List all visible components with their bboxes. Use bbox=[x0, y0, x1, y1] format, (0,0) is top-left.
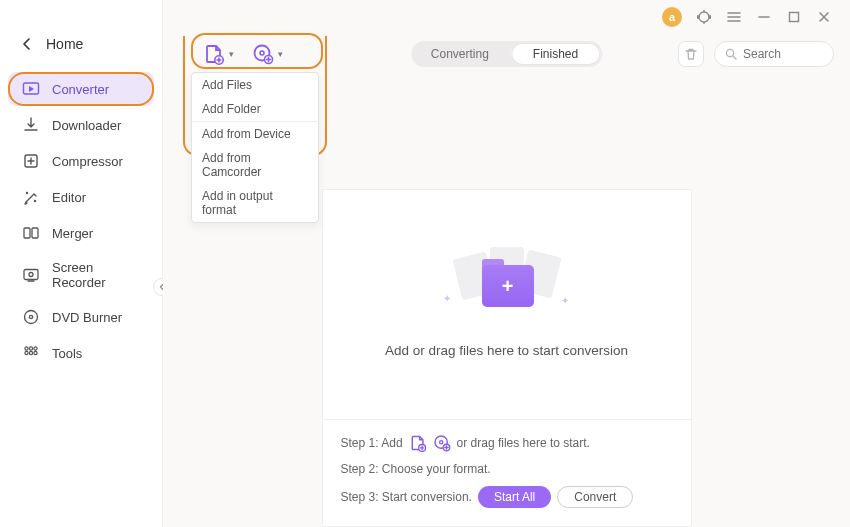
sidebar-item-screen-recorder[interactable]: Screen Recorder bbox=[8, 252, 154, 298]
converter-icon bbox=[22, 80, 40, 98]
add-file-icon bbox=[203, 43, 225, 65]
minimize-button[interactable] bbox=[756, 9, 772, 25]
titlebar: a bbox=[163, 0, 850, 35]
svg-rect-19 bbox=[790, 13, 799, 22]
sidebar-item-label: Tools bbox=[52, 346, 82, 361]
svg-rect-4 bbox=[24, 228, 30, 238]
maximize-button[interactable] bbox=[786, 9, 802, 25]
screen-recorder-icon bbox=[22, 266, 40, 284]
search-box[interactable] bbox=[714, 41, 834, 67]
support-icon[interactable] bbox=[696, 9, 712, 25]
dropdown-item-add-files[interactable]: Add Files bbox=[192, 73, 318, 97]
add-buttons-group: ▾ ▾ bbox=[179, 43, 283, 65]
sidebar-item-label: Editor bbox=[52, 190, 86, 205]
add-disc-icon bbox=[433, 434, 451, 452]
svg-point-8 bbox=[25, 311, 38, 324]
add-file-dropdown: Add Files Add Folder Add from Device Add… bbox=[191, 72, 319, 223]
svg-point-11 bbox=[29, 347, 32, 350]
start-all-button[interactable]: Start All bbox=[478, 486, 551, 508]
add-file-button[interactable]: ▾ bbox=[203, 43, 234, 65]
sidebar-item-label: Compressor bbox=[52, 154, 123, 169]
menu-icon[interactable] bbox=[726, 9, 742, 25]
svg-rect-6 bbox=[24, 270, 38, 280]
dropdown-item-add-from-device[interactable]: Add from Device bbox=[192, 122, 318, 146]
sidebar-item-compressor[interactable]: Compressor bbox=[8, 144, 154, 178]
toolbar-right bbox=[678, 41, 834, 67]
chevron-down-icon: ▾ bbox=[229, 49, 234, 59]
svg-point-22 bbox=[260, 51, 264, 55]
merger-icon bbox=[22, 224, 40, 242]
svg-point-16 bbox=[699, 12, 709, 22]
add-file-icon bbox=[409, 434, 427, 452]
svg-point-15 bbox=[34, 351, 37, 354]
svg-point-13 bbox=[25, 351, 28, 354]
app-window: Home Converter Downloader Compressor bbox=[0, 0, 850, 527]
drop-zone-panel: + ✦✦ Add or drag files here to start con… bbox=[322, 189, 692, 527]
search-input[interactable] bbox=[743, 47, 823, 61]
step-2: Step 2: Choose your format. bbox=[341, 462, 673, 476]
svg-point-10 bbox=[25, 347, 28, 350]
toolbar: ▾ ▾ Converting Finished bbox=[179, 35, 834, 73]
sidebar-item-label: Merger bbox=[52, 226, 93, 241]
sidebar-item-label: DVD Burner bbox=[52, 310, 122, 325]
step-2-text: Step 2: Choose your format. bbox=[341, 462, 491, 476]
sidebar-item-label: Downloader bbox=[52, 118, 121, 133]
svg-point-27 bbox=[439, 441, 442, 444]
folder-illustration: + ✦✦ bbox=[457, 251, 557, 321]
chevron-left-icon bbox=[22, 38, 32, 50]
svg-rect-5 bbox=[32, 228, 38, 238]
step-1: Step 1: Add or drag files here to start. bbox=[341, 434, 673, 452]
svg-point-14 bbox=[29, 351, 32, 354]
chevron-down-icon: ▾ bbox=[278, 49, 283, 59]
svg-rect-17 bbox=[697, 15, 699, 19]
dropdown-item-add-folder[interactable]: Add Folder bbox=[192, 97, 318, 121]
step-1-prefix: Step 1: Add bbox=[341, 436, 403, 450]
main-panel: a ▾ bbox=[163, 0, 850, 527]
folder-icon: + bbox=[482, 265, 534, 307]
sidebar-item-label: Converter bbox=[52, 82, 109, 97]
convert-button[interactable]: Convert bbox=[557, 486, 633, 508]
sidebar-item-label: Screen Recorder bbox=[52, 260, 144, 290]
svg-point-2 bbox=[26, 192, 28, 194]
editor-icon bbox=[22, 188, 40, 206]
tab-converting[interactable]: Converting bbox=[411, 41, 509, 67]
step-3: Step 3: Start conversion. Start All Conv… bbox=[341, 486, 673, 508]
delete-button[interactable] bbox=[678, 41, 704, 67]
drop-zone[interactable]: + ✦✦ Add or drag files here to start con… bbox=[323, 190, 691, 420]
step-1-suffix: or drag files here to start. bbox=[457, 436, 590, 450]
trash-icon bbox=[684, 47, 698, 61]
step-3-text: Step 3: Start conversion. bbox=[341, 490, 472, 504]
svg-point-3 bbox=[34, 200, 36, 202]
drop-text: Add or drag files here to start conversi… bbox=[385, 343, 628, 358]
tools-icon bbox=[22, 344, 40, 362]
dropdown-item-add-in-output-format[interactable]: Add in output format bbox=[192, 184, 318, 222]
search-icon bbox=[725, 48, 737, 60]
home-button[interactable]: Home bbox=[0, 28, 162, 72]
sidebar-item-downloader[interactable]: Downloader bbox=[8, 108, 154, 142]
downloader-icon bbox=[22, 116, 40, 134]
dvd-burner-icon bbox=[22, 308, 40, 326]
svg-point-24 bbox=[726, 49, 733, 56]
add-disc-icon bbox=[252, 43, 274, 65]
compressor-icon bbox=[22, 152, 40, 170]
svg-point-9 bbox=[29, 315, 32, 318]
sidebar-item-merger[interactable]: Merger bbox=[8, 216, 154, 250]
dropdown-item-add-from-camcorder[interactable]: Add from Camcorder bbox=[192, 146, 318, 184]
sidebar-item-tools[interactable]: Tools bbox=[8, 336, 154, 370]
svg-point-7 bbox=[29, 273, 33, 277]
svg-rect-18 bbox=[709, 15, 711, 19]
home-label: Home bbox=[46, 36, 83, 52]
sidebar-item-converter[interactable]: Converter bbox=[8, 72, 154, 106]
close-button[interactable] bbox=[816, 9, 832, 25]
add-disc-button[interactable]: ▾ bbox=[252, 43, 283, 65]
tab-finished[interactable]: Finished bbox=[511, 43, 600, 65]
sidebar-item-editor[interactable]: Editor bbox=[8, 180, 154, 214]
steps-panel: Step 1: Add or drag files here to start.… bbox=[323, 420, 691, 526]
sidebar-item-dvd-burner[interactable]: DVD Burner bbox=[8, 300, 154, 334]
tabs: Converting Finished bbox=[411, 41, 602, 67]
sidebar-nav: Converter Downloader Compressor Editor bbox=[0, 72, 162, 370]
avatar[interactable]: a bbox=[662, 7, 682, 27]
sidebar: Home Converter Downloader Compressor bbox=[0, 0, 163, 527]
svg-point-12 bbox=[34, 347, 37, 350]
plus-icon: + bbox=[502, 275, 514, 298]
